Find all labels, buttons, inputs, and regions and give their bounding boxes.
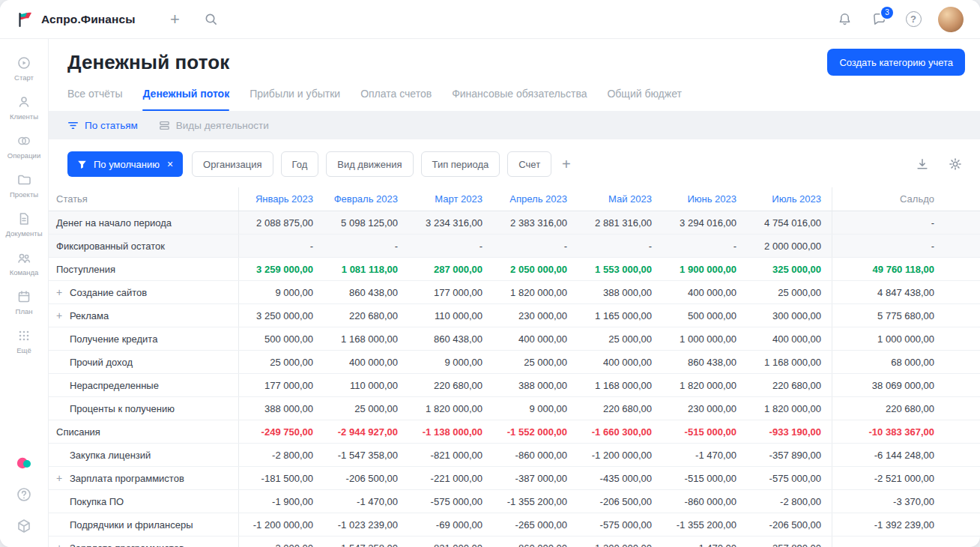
table-row[interactable]: Получение кредита500 000,001 168 000,008…	[49, 327, 980, 351]
add-filter-button[interactable]: +	[562, 157, 571, 172]
table-row[interactable]: Проценты к получению388 000,0025 000,001…	[49, 397, 980, 420]
topbar-actions: 3 ?	[835, 7, 964, 32]
clear-filter-icon[interactable]: ×	[167, 158, 173, 170]
table-row[interactable]: Списания-249 750,00-2 944 927,00-1 138 0…	[49, 420, 980, 444]
table-row[interactable]: Закупка лицензий-2 800,00-1 547 358,00-8…	[49, 444, 980, 467]
cell-value: -1 355 200,00	[662, 513, 747, 536]
sidebar-item-operations[interactable]: Операции	[0, 127, 48, 166]
cell-value: 3 250 000,00	[239, 304, 324, 327]
support-icon[interactable]	[15, 486, 33, 504]
table-row[interactable]: Прочий доход25 000,00400 000,009 000,002…	[49, 351, 980, 374]
filter-chip[interactable]: Год	[281, 151, 319, 177]
cell-value: -181 500,00	[239, 467, 324, 489]
cell-value: 1 081 118,00	[324, 258, 408, 280]
cell-saldo: 5 775 680,00	[832, 304, 946, 327]
cell-value: -2 800,00	[747, 490, 832, 513]
cell-value: 177 000,00	[239, 374, 324, 396]
table-row[interactable]: +Зарплата программистов-3 000,00-1 547 3…	[49, 537, 980, 547]
table-row[interactable]: Фиксированный остаток------2 000 000,00-	[49, 235, 980, 258]
sidebar-item-clients[interactable]: Клиенты	[0, 88, 48, 127]
user-avatar[interactable]	[938, 7, 964, 32]
table-row[interactable]: Нераспределенные177 000,00110 000,00220 …	[49, 374, 980, 397]
sidebar-item-documents[interactable]: Документы	[0, 205, 48, 244]
expand-icon[interactable]: +	[56, 287, 70, 297]
filter-chip[interactable]: Организация	[192, 151, 273, 177]
app-logo-icon[interactable]	[16, 10, 34, 28]
expand-icon[interactable]: +	[56, 310, 70, 321]
filter-chip[interactable]: Тип периода	[421, 151, 500, 177]
table-row[interactable]: +Реклама3 250 000,00220 680,00110 000,00…	[49, 304, 980, 327]
help-icon[interactable]: ?	[904, 10, 923, 29]
filter-chip[interactable]: Вид движения	[326, 151, 413, 177]
row-label: Зарплата программистов	[70, 473, 184, 484]
cell-value: -357 890,00	[747, 537, 832, 547]
column-header[interactable]: Статья	[49, 187, 239, 211]
cell-value: 9 000,00	[239, 281, 324, 303]
sidebar-item-start[interactable]: Старт	[0, 49, 48, 88]
column-header[interactable]: Апрель 2023	[493, 187, 578, 211]
cell-value: -1 355 200,00	[493, 490, 578, 513]
column-header[interactable]: Сальдо	[832, 187, 946, 211]
row-label: Поступления	[56, 264, 115, 275]
expand-icon[interactable]: +	[56, 543, 70, 547]
column-header[interactable]: Июнь 2023	[662, 187, 747, 211]
download-icon[interactable]	[913, 154, 932, 174]
cell-saldo: -6 144 248,00	[832, 444, 946, 466]
report-tab[interactable]: Денежный поток	[142, 82, 229, 105]
filter-preset[interactable]: По умолчанию ×	[67, 151, 183, 177]
quick-add-button[interactable]: +	[165, 10, 184, 29]
sidebar-item-team[interactable]: Команда	[0, 244, 48, 283]
sidebar-item-label: План	[16, 307, 33, 315]
subtab-activity-types[interactable]: Виды деятельности	[159, 120, 269, 131]
column-header[interactable]: Май 2023	[578, 187, 662, 211]
table-row[interactable]: +Создание сайтов9 000,00860 438,00177 00…	[49, 281, 980, 304]
row-label-cell: +Зарплата программистов	[49, 537, 239, 547]
sidebar-item-plan[interactable]: План	[0, 283, 48, 322]
page-header: Денежный поток Создать категорию учета	[49, 48, 980, 76]
table-row[interactable]: Подрядчики и фрилансеры-1 200 000,00-1 0…	[49, 513, 980, 537]
row-label-cell: Покупка ПО	[49, 490, 239, 513]
create-category-button[interactable]: Создать категорию учета	[827, 49, 965, 76]
table-row[interactable]: Покупка ПО-1 900,00-1 470,00-575 000,00-…	[49, 490, 980, 513]
column-header[interactable]: Февраль 2023	[324, 187, 408, 211]
row-label-cell: Нераспределенные	[49, 374, 239, 396]
cell-value: -206 500,00	[324, 467, 408, 489]
column-header[interactable]: Март 2023	[408, 187, 493, 211]
report-tab[interactable]: Оплата счетов	[360, 82, 432, 105]
table-row[interactable]: Поступления3 259 000,001 081 118,00287 0…	[49, 258, 980, 281]
row-label-cell: +Реклама	[49, 304, 239, 327]
column-header[interactable]: Июль 2023	[747, 187, 832, 211]
expand-icon[interactable]: +	[56, 473, 70, 483]
column-header[interactable]: Январь 2023	[239, 187, 324, 211]
sidebar-item-projects[interactable]: Проекты	[0, 166, 48, 205]
table-row[interactable]: Денег на начало периода2 088 875,005 098…	[49, 211, 980, 235]
app-shortcut-icon[interactable]	[15, 454, 33, 472]
sidebar-item-more[interactable]: Ещё	[0, 322, 48, 361]
cell-value: -860 000,00	[662, 490, 747, 513]
cell-value: 2 383 316,00	[493, 211, 578, 234]
funnel-icon	[77, 160, 87, 169]
row-label-cell: Закупка лицензий	[49, 444, 239, 466]
cell-value: -357 890,00	[747, 444, 832, 466]
sidebar-bottom	[0, 454, 48, 547]
table-row[interactable]: +Зарплата программистов-181 500,00-206 5…	[49, 467, 980, 490]
subtab-by-articles[interactable]: По статьям	[67, 120, 138, 131]
cell-value: -69 000,00	[408, 513, 493, 536]
cell-value: 300 000,00	[747, 304, 832, 327]
chat-icon[interactable]: 3	[869, 10, 889, 29]
cell-saldo: 4 847 438,00	[832, 281, 946, 303]
report-tab[interactable]: Прибыли и убытки	[249, 82, 340, 105]
search-icon[interactable]	[201, 10, 220, 29]
cell-value: 230 000,00	[662, 397, 747, 420]
cell-saldo: -	[832, 537, 946, 547]
filter-chip[interactable]: Счет	[507, 151, 551, 177]
view-switcher: По статьямВиды деятельности	[49, 111, 980, 139]
report-tab[interactable]: Финансовые обязательства	[452, 82, 587, 105]
apps-icon[interactable]	[15, 517, 33, 535]
report-tab[interactable]: Все отчёты	[67, 82, 122, 105]
app-window: Аспро.Финансы + 3 ? СтартКлиентыОперации…	[0, 0, 980, 547]
report-tab[interactable]: Общий бюджет	[607, 82, 681, 105]
main-content: Денежный поток Создать категорию учета В…	[49, 39, 980, 547]
settings-gear-icon[interactable]	[946, 154, 965, 174]
notifications-bell-icon[interactable]	[835, 10, 854, 29]
